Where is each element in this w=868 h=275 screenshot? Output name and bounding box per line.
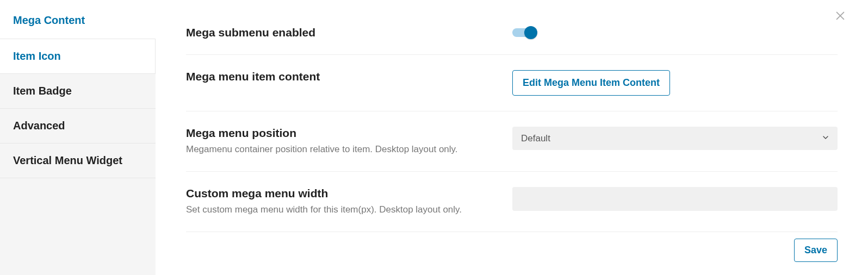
item-content-label: Mega menu item content — [186, 70, 512, 83]
row-position: Mega menu position Megamenu container po… — [186, 111, 838, 172]
position-description: Megamenu container position relative to … — [186, 143, 512, 156]
sidebar-item-advanced[interactable]: Advanced — [0, 108, 156, 143]
sidebar-item-vertical-menu-widget[interactable]: Vertical Menu Widget — [0, 143, 156, 178]
row-submenu-enabled: Mega submenu enabled — [186, 11, 838, 55]
position-label: Mega menu position — [186, 127, 512, 140]
sidebar-item-label: Advanced — [13, 120, 65, 132]
save-button[interactable]: Save — [794, 239, 838, 262]
position-select[interactable]: Default — [512, 127, 838, 150]
sidebar-item-item-icon[interactable]: Item Icon — [0, 39, 156, 73]
submenu-enabled-toggle[interactable] — [512, 26, 537, 39]
footer: Save — [186, 239, 838, 262]
sidebar-item-label: Vertical Menu Widget — [13, 154, 122, 166]
sidebar-title: Mega Content — [0, 0, 156, 39]
row-custom-width: Custom mega menu width Set custom mega m… — [186, 172, 838, 232]
edit-mega-menu-content-button[interactable]: Edit Mega Menu Item Content — [512, 70, 670, 96]
sidebar-item-item-badge[interactable]: Item Badge — [0, 73, 156, 108]
sidebar-item-label: Item Badge — [13, 85, 72, 97]
main-content: Mega submenu enabled Mega menu item cont… — [156, 0, 868, 275]
sidebar-item-label: Item Icon — [13, 50, 61, 62]
app-root: Mega Content Item Icon Item Badge Advanc… — [0, 0, 868, 275]
toggle-knob — [524, 26, 537, 39]
row-item-content: Mega menu item content Edit Mega Menu It… — [186, 55, 838, 111]
custom-width-input[interactable] — [512, 187, 838, 211]
custom-width-description: Set custom mega menu width for this item… — [186, 203, 512, 216]
sidebar: Mega Content Item Icon Item Badge Advanc… — [0, 0, 156, 275]
submenu-enabled-label: Mega submenu enabled — [186, 26, 512, 39]
position-select-wrapper: Default — [512, 127, 838, 150]
close-icon — [834, 10, 846, 22]
close-button[interactable] — [834, 10, 846, 22]
custom-width-label: Custom mega menu width — [186, 187, 512, 200]
